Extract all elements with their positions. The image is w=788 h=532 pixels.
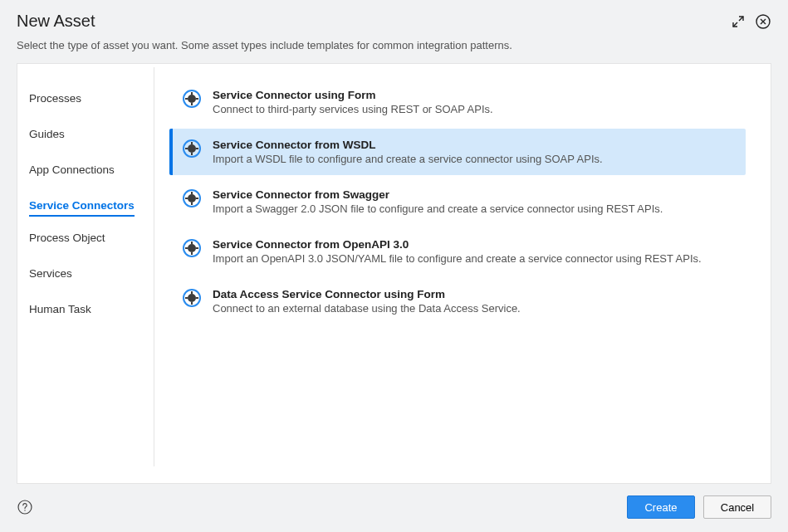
asset-title: Service Connector using Form <box>213 89 736 101</box>
asset-description: Import a Swagger 2.0 JSON file to config… <box>213 203 736 215</box>
dialog-footer: Create Cancel <box>0 484 788 532</box>
svg-point-32 <box>24 510 25 510</box>
svg-point-2 <box>188 95 196 103</box>
svg-rect-12 <box>196 148 198 149</box>
svg-rect-30 <box>196 297 198 299</box>
asset-title: Service Connector from Swagger <box>213 188 736 201</box>
svg-rect-27 <box>191 291 193 294</box>
expand-icon[interactable] <box>730 13 746 30</box>
gear-icon <box>183 189 201 207</box>
cancel-button[interactable]: Cancel <box>703 495 771 519</box>
svg-rect-10 <box>191 153 193 155</box>
sidebar-item-app-connections[interactable]: App Connections <box>29 155 115 184</box>
svg-point-14 <box>188 194 196 203</box>
svg-rect-22 <box>191 252 193 255</box>
svg-rect-18 <box>196 198 198 199</box>
svg-rect-3 <box>191 92 193 95</box>
sidebar-item-human-task[interactable]: Human Task <box>29 295 91 324</box>
sidebar-item-services[interactable]: Services <box>29 259 72 288</box>
svg-point-20 <box>188 244 196 252</box>
gear-icon <box>183 139 201 158</box>
sidebar-item-guides[interactable]: Guides <box>29 120 65 149</box>
svg-rect-16 <box>191 203 193 205</box>
close-icon[interactable] <box>755 13 771 30</box>
asset-item-wsdl[interactable]: Service Connector from WSDL Import a WSD… <box>169 129 746 175</box>
asset-title: Service Connector from OpenAPI 3.0 <box>213 238 736 251</box>
dialog-title: New Asset <box>17 12 95 31</box>
svg-rect-28 <box>191 302 193 305</box>
svg-rect-15 <box>191 192 193 194</box>
svg-rect-17 <box>185 198 188 199</box>
svg-rect-5 <box>185 98 188 100</box>
asset-item-form[interactable]: Service Connector using Form Connect to … <box>169 79 746 125</box>
svg-rect-21 <box>191 242 193 244</box>
asset-item-openapi[interactable]: Service Connector from OpenAPI 3.0 Impor… <box>169 228 746 275</box>
gear-icon <box>183 289 201 307</box>
asset-description: Connect to an external database using th… <box>213 302 736 315</box>
asset-description: Import a WSDL file to configure and crea… <box>213 153 736 165</box>
content-panel: Processes Guides App Connections Service… <box>17 63 771 484</box>
asset-description: Connect to third-party services using RE… <box>213 103 736 115</box>
svg-rect-29 <box>185 297 188 299</box>
header-icons <box>730 13 771 30</box>
asset-title: Data Access Service Connector using Form <box>213 288 736 300</box>
svg-rect-9 <box>191 142 193 144</box>
svg-point-26 <box>188 294 196 302</box>
create-button[interactable]: Create <box>627 495 695 519</box>
gear-icon <box>183 239 201 257</box>
sidebar-item-processes[interactable]: Processes <box>29 84 81 113</box>
svg-rect-4 <box>191 103 193 105</box>
sidebar: Processes Guides App Connections Service… <box>17 67 154 466</box>
help-icon[interactable] <box>17 499 33 515</box>
dialog-instruction: Select the type of asset you want. Some … <box>0 39 788 63</box>
gear-icon <box>183 90 201 108</box>
svg-rect-24 <box>196 247 198 249</box>
sidebar-item-process-object[interactable]: Process Object <box>29 223 105 252</box>
asset-item-swagger[interactable]: Service Connector from Swagger Import a … <box>169 178 746 225</box>
asset-title: Service Connector from WSDL <box>213 139 736 151</box>
sidebar-item-service-connectors[interactable]: Service Connectors <box>29 191 135 217</box>
asset-list: Service Connector using Form Connect to … <box>154 64 771 483</box>
svg-point-8 <box>188 144 196 153</box>
svg-rect-23 <box>185 247 188 249</box>
dialog-header: New Asset <box>0 0 788 39</box>
asset-item-data-access[interactable]: Data Access Service Connector using Form… <box>169 278 746 325</box>
svg-rect-11 <box>185 148 188 149</box>
svg-rect-6 <box>196 98 198 100</box>
asset-description: Import an OpenAPI 3.0 JSON/YAML file to … <box>213 252 736 265</box>
